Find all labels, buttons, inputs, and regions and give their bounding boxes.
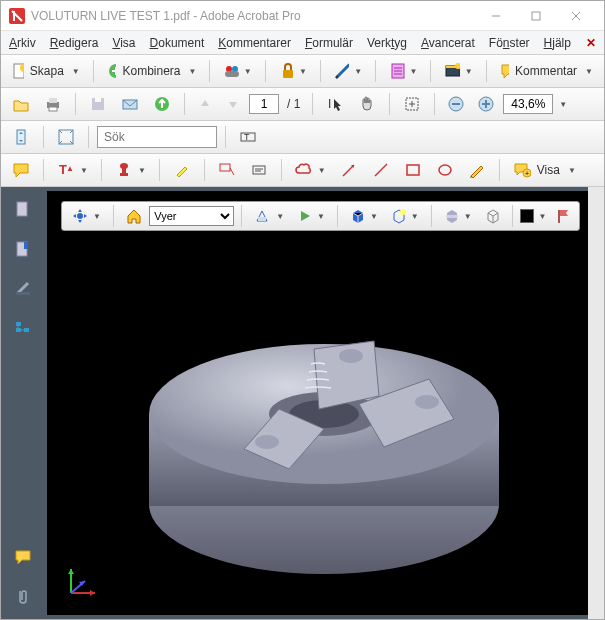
svg-rect-56 bbox=[16, 322, 21, 326]
stamp-button[interactable]: ▼ bbox=[110, 158, 151, 182]
menu-visa[interactable]: Visa bbox=[112, 36, 135, 50]
svg-rect-42 bbox=[220, 164, 230, 171]
3d-views-dropdown[interactable]: Vyer bbox=[149, 206, 234, 226]
3d-bgcolor-dropdown[interactable]: ▼ bbox=[537, 212, 547, 221]
3d-cross-section-button[interactable]: ▼ bbox=[439, 204, 477, 228]
vertical-scrollbar[interactable] bbox=[588, 187, 604, 619]
3d-home-button[interactable] bbox=[121, 204, 146, 228]
print-button[interactable] bbox=[39, 92, 67, 116]
signatures-panel-button[interactable] bbox=[13, 279, 33, 299]
visa-button[interactable]: + Visa▼ bbox=[508, 158, 581, 182]
comments-panel-button[interactable] bbox=[13, 547, 33, 567]
3d-viewport[interactable]: ▼ Vyer ▼ ▼ ▼ ▼ ▼ ▼ bbox=[47, 191, 600, 615]
marquee-zoom-button[interactable] bbox=[398, 92, 426, 116]
forms-button[interactable]: ▼ bbox=[384, 59, 422, 83]
menu-fonster[interactable]: Fönster bbox=[489, 36, 530, 50]
page-sun-icon bbox=[12, 62, 24, 80]
3d-play-button[interactable]: ▼ bbox=[292, 204, 330, 228]
section-icon bbox=[444, 208, 459, 224]
3d-rotate-button[interactable]: ▼ bbox=[66, 204, 106, 228]
3d-extra-button[interactable] bbox=[550, 204, 575, 228]
marquee-icon bbox=[403, 95, 421, 113]
3d-lighting-button[interactable]: ▼ bbox=[386, 204, 424, 228]
scroll-mode-button[interactable] bbox=[7, 125, 35, 149]
3d-bgcolor-swatch[interactable] bbox=[520, 209, 534, 223]
zoom-dropdown-arrow[interactable]: ▼ bbox=[557, 100, 567, 109]
pencil-button[interactable] bbox=[463, 158, 491, 182]
svg-rect-48 bbox=[407, 165, 419, 175]
model-tree-panel-button[interactable] bbox=[13, 319, 33, 339]
touchup-text-button[interactable]: T bbox=[234, 125, 262, 149]
menu-redigera[interactable]: Redigera bbox=[50, 36, 99, 50]
svg-text:+: + bbox=[525, 170, 529, 177]
svg-line-46 bbox=[343, 165, 354, 176]
text-select-icon: I bbox=[326, 95, 344, 113]
3d-measure-button[interactable] bbox=[480, 204, 505, 228]
bookmarks-panel-button[interactable] bbox=[13, 239, 33, 259]
select-tool-button[interactable]: I bbox=[321, 92, 349, 116]
svg-rect-10 bbox=[225, 71, 238, 77]
pencil-icon bbox=[468, 161, 486, 179]
text-edit-button[interactable]: T▲▼ bbox=[52, 158, 93, 182]
kommentar-button[interactable]: Kommentar▼ bbox=[495, 59, 598, 83]
svg-rect-20 bbox=[49, 98, 57, 103]
search-input[interactable] bbox=[97, 126, 217, 148]
callout-button[interactable] bbox=[213, 158, 241, 182]
page-number-input[interactable] bbox=[249, 94, 279, 114]
toolbar-file-nav: / 1 I ▼ bbox=[1, 88, 604, 121]
secure-button[interactable]: ▼ bbox=[274, 59, 312, 83]
menu-close-icon[interactable]: ✕ bbox=[586, 36, 596, 50]
skapa-button[interactable]: Skapa▼ bbox=[7, 59, 85, 83]
line-tool-icon bbox=[372, 161, 390, 179]
minimize-button[interactable] bbox=[476, 2, 516, 30]
fit-page-button[interactable] bbox=[52, 125, 80, 149]
3d-modelrender-button[interactable]: ▼ bbox=[345, 204, 383, 228]
sticky-note-button[interactable] bbox=[7, 158, 35, 182]
save-button[interactable] bbox=[84, 92, 112, 116]
maximize-button[interactable] bbox=[516, 2, 556, 30]
play-icon bbox=[297, 208, 312, 224]
title-bar: VOLUTURN LIVE TEST 1.pdf - Adobe Acrobat… bbox=[1, 1, 604, 31]
email-button[interactable] bbox=[116, 92, 144, 116]
minus-circle-icon bbox=[448, 96, 464, 112]
prev-page-button[interactable] bbox=[193, 92, 217, 116]
3d-model-render bbox=[109, 244, 539, 604]
svg-rect-62 bbox=[446, 215, 458, 218]
menu-dokument[interactable]: Dokument bbox=[150, 36, 205, 50]
sign-button[interactable]: ▼ bbox=[329, 59, 367, 83]
line-button[interactable] bbox=[367, 158, 395, 182]
menu-avancerat[interactable]: Avancerat bbox=[421, 36, 475, 50]
attachments-panel-button[interactable] bbox=[13, 587, 33, 607]
cloud-button[interactable]: ▼ bbox=[290, 158, 331, 182]
3d-perspective-button[interactable]: ▼ bbox=[249, 204, 289, 228]
zoom-input[interactable] bbox=[503, 94, 553, 114]
textbox-tool-icon bbox=[250, 161, 268, 179]
menu-verktyg[interactable]: Verktyg bbox=[367, 36, 407, 50]
pages-panel-button[interactable] bbox=[13, 199, 33, 219]
svg-text:I: I bbox=[328, 97, 331, 111]
open-button[interactable] bbox=[7, 92, 35, 116]
zoom-in-button[interactable] bbox=[473, 92, 499, 116]
fit-icon bbox=[57, 128, 75, 146]
highlight-button[interactable] bbox=[168, 158, 196, 182]
collaborate-button[interactable]: ▼ bbox=[218, 59, 256, 83]
menu-kommentarer[interactable]: Kommentarer bbox=[218, 36, 291, 50]
next-page-button[interactable] bbox=[221, 92, 245, 116]
svg-text:▲: ▲ bbox=[66, 164, 74, 173]
multimedia-button[interactable]: ▼ bbox=[439, 59, 477, 83]
kombinera-button[interactable]: Kombinera▼ bbox=[102, 59, 202, 83]
pen-icon bbox=[334, 62, 349, 80]
hand-tool-button[interactable] bbox=[353, 92, 381, 116]
oval-button[interactable] bbox=[431, 158, 459, 182]
menu-formular[interactable]: Formulär bbox=[305, 36, 353, 50]
document-area: ▼ Vyer ▼ ▼ ▼ ▼ ▼ ▼ bbox=[1, 187, 604, 619]
menu-hjalp[interactable]: Hjälp bbox=[544, 36, 571, 50]
zoom-out-button[interactable] bbox=[443, 92, 469, 116]
textbox-button[interactable] bbox=[245, 158, 273, 182]
arrow-button[interactable] bbox=[335, 158, 363, 182]
upload-button[interactable] bbox=[148, 92, 176, 116]
rectangle-button[interactable] bbox=[399, 158, 427, 182]
toolbar-annotate: T▲▼ ▼ ▼ + Visa▼ bbox=[1, 154, 604, 187]
close-button[interactable] bbox=[556, 2, 596, 30]
menu-arkiv[interactable]: AArkivrkiv bbox=[9, 36, 36, 50]
